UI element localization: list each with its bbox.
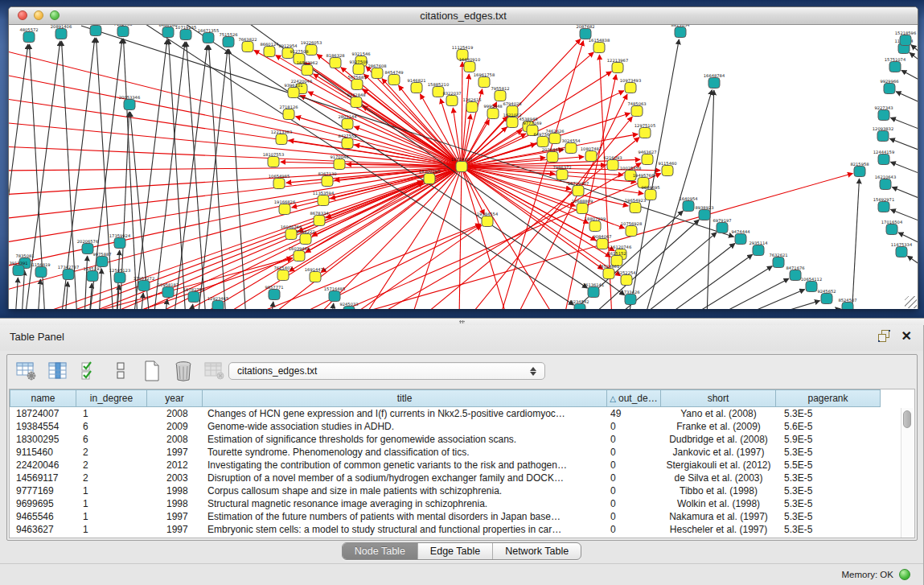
column-header-pagerank[interactable]: pagerank: [776, 389, 881, 407]
graph-node[interactable]: [97, 257, 108, 267]
graph-node[interactable]: [565, 143, 577, 154]
graph-node[interactable]: [549, 134, 561, 144]
graph-node[interactable]: [735, 234, 746, 245]
graph-node[interactable]: [896, 247, 907, 257]
graph-node[interactable]: [288, 88, 299, 98]
graph-node[interactable]: [342, 138, 353, 149]
graph-node[interactable]: [630, 203, 641, 213]
graph-node[interactable]: [277, 270, 289, 281]
graph-node[interactable]: [603, 269, 614, 279]
graph-node[interactable]: [372, 68, 383, 79]
graph-node[interactable]: [242, 42, 253, 52]
graph-node[interactable]: [487, 109, 499, 119]
graph-node[interactable]: [580, 29, 591, 39]
graph-node[interactable]: [55, 29, 67, 39]
graph-node[interactable]: [117, 27, 129, 37]
graph-node[interactable]: [842, 303, 853, 310]
graph-node[interactable]: [495, 91, 506, 101]
graph-node[interactable]: [900, 35, 911, 46]
graph-node[interactable]: [645, 190, 656, 200]
graph-node[interactable]: [790, 270, 801, 281]
column-header-year[interactable]: year: [147, 389, 203, 407]
float-window-icon[interactable]: [878, 330, 890, 342]
window-resize-grip[interactable]: [905, 296, 917, 308]
table-row[interactable]: 946362711997Embryonic stem cells: a mode…: [10, 523, 914, 536]
graph-node[interactable]: [556, 170, 568, 180]
graph-node[interactable]: [482, 216, 493, 227]
graph-node[interactable]: [353, 64, 364, 75]
graph-node[interactable]: [889, 62, 901, 72]
table-row[interactable]: 2242004622012Investigating the contribut…: [10, 459, 914, 472]
graph-node[interactable]: [114, 273, 125, 283]
table-row[interactable]: 946554611997Estimation of the future num…: [10, 510, 914, 523]
graph-node[interactable]: [878, 154, 889, 165]
graph-node[interactable]: [90, 26, 101, 36]
row-select-check-icon[interactable]: [78, 360, 100, 381]
table-row[interactable]: 1872400712008Changes of HCN gene express…: [10, 407, 914, 420]
table-row[interactable]: 969969511998Structural magnetic resonanc…: [10, 497, 914, 510]
graph-node[interactable]: [464, 62, 475, 72]
graph-node[interactable]: [411, 83, 422, 93]
graph-node[interactable]: [310, 272, 321, 282]
graph-node[interactable]: [878, 202, 889, 212]
graph-node[interactable]: [806, 282, 817, 292]
graph-node[interactable]: [708, 78, 720, 89]
graph-node[interactable]: [388, 75, 400, 85]
table-row[interactable]: 977716911998Corpus callosum shape and si…: [10, 484, 914, 497]
graph-node[interactable]: [13, 266, 24, 276]
graph-node[interactable]: [203, 33, 214, 43]
scrollbar-thumb[interactable]: [903, 410, 911, 428]
column-header-short[interactable]: short: [661, 389, 776, 407]
graph-node[interactable]: [424, 174, 435, 184]
tab-network-table[interactable]: Network Table: [492, 543, 581, 559]
graph-node[interactable]: [264, 47, 275, 57]
graph-node[interactable]: [302, 65, 313, 76]
graph-node[interactable]: [878, 110, 889, 121]
graph-node[interactable]: [588, 287, 599, 298]
graph-node[interactable]: [162, 27, 174, 38]
graph-node[interactable]: [279, 204, 290, 215]
graph-node[interactable]: [537, 137, 548, 147]
merge-cells-icon[interactable]: [109, 360, 131, 381]
graph-node[interactable]: [585, 151, 597, 162]
new-table-icon[interactable]: [141, 360, 162, 381]
graph-node[interactable]: [212, 301, 224, 310]
column-header-out_de[interactable]: △out_de…: [607, 389, 661, 407]
table-settings-icon[interactable]: [15, 360, 37, 381]
graph-node[interactable]: [589, 221, 601, 232]
graph-node[interactable]: [330, 58, 341, 68]
graph-node[interactable]: [114, 238, 125, 249]
graph-node[interactable]: [446, 96, 458, 106]
tab-edge-table[interactable]: Edge Table: [417, 543, 492, 559]
graph-node[interactable]: [621, 275, 632, 286]
table-selector-dropdown[interactable]: citations_edges.txt: [228, 362, 545, 380]
zoom-light[interactable]: [50, 10, 60, 20]
graph-node[interactable]: [675, 27, 686, 38]
graph-node[interactable]: [314, 216, 325, 226]
graph-node[interactable]: [886, 225, 897, 235]
graph-node[interactable]: [188, 292, 199, 303]
graph-node[interactable]: [642, 154, 653, 165]
graph-node[interactable]: [456, 162, 467, 172]
graph-node[interactable]: [607, 160, 618, 171]
graph-node[interactable]: [63, 270, 74, 280]
graph-node[interactable]: [300, 234, 311, 245]
delete-table-icon[interactable]: [172, 360, 194, 381]
graph-node[interactable]: [138, 281, 150, 291]
close-light[interactable]: [18, 10, 27, 20]
table-row[interactable]: 1938455462009Genome-wide association stu…: [10, 420, 914, 433]
minimize-light[interactable]: [34, 10, 43, 20]
graph-node[interactable]: [322, 176, 333, 187]
split-pane-divider[interactable]: [0, 318, 924, 325]
graph-node[interactable]: [273, 179, 285, 189]
graph-node[interactable]: [318, 196, 329, 206]
graph-node[interactable]: [753, 245, 764, 256]
graph-node[interactable]: [574, 304, 585, 310]
graph-node[interactable]: [478, 77, 490, 88]
graph-node[interactable]: [884, 84, 895, 94]
network-window-titlebar[interactable]: citations_edges.txt: [9, 7, 918, 25]
graph-node[interactable]: [334, 159, 345, 170]
graph-node[interactable]: [597, 239, 608, 249]
table-row[interactable]: 1456911722003Disruption of a novel membe…: [10, 472, 914, 484]
table-vertical-scrollbar[interactable]: [901, 408, 914, 538]
